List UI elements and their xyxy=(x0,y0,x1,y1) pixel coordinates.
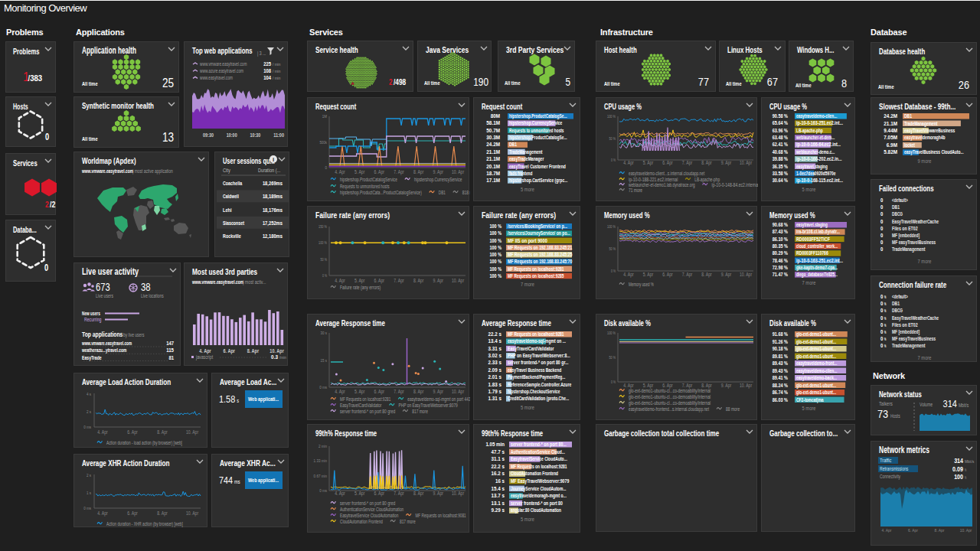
svg-text:17,252ms: 17,252ms xyxy=(263,220,283,227)
svg-text:10. Apr: 10. Apr xyxy=(186,510,199,517)
svg-text:/ min: / min xyxy=(273,61,281,67)
svg-text:ReferenceSample.Controller.Azu: ReferenceSample.Controller.Azure xyxy=(508,382,571,388)
svg-text:5. Apr: 5. Apr xyxy=(354,389,365,395)
svg-text:8. Apr: 8. Apr xyxy=(413,278,424,284)
svg-text:Action duration - load action: Action duration - load action (by browse… xyxy=(106,440,182,446)
svg-text:Duration (...: Duration (... xyxy=(258,167,280,174)
svg-text:4. Apr: 4. Apr xyxy=(623,272,634,278)
svg-text:Java Services: Java Services xyxy=(426,45,469,54)
svg-text:30.3M: 30.3M xyxy=(486,134,500,141)
svg-text:server frontend-* on port 80 g: server frontend-* on port 80 gr... xyxy=(508,360,569,366)
svg-text:RD0003FF52TICF: RD0003FF52TICF xyxy=(796,236,830,242)
svg-text:easytraveldemo-frontend...s.in: easytraveldemo-frontend...s.internal.clo… xyxy=(629,406,709,412)
svg-text:easyTravel Business Backend: easyTravel Business Backend xyxy=(508,367,561,373)
svg-text:Average Load Ac...: Average Load Ac... xyxy=(220,377,276,386)
svg-text:80M: 80M xyxy=(491,112,501,119)
svg-text:5 more: 5 more xyxy=(802,405,816,412)
svg-text:Files on ET02: Files on ET02 xyxy=(892,226,918,231)
svg-text:Failure rate (any errors): Failure rate (any errors) xyxy=(315,210,390,220)
svg-text:Connection failure rate: Connection failure rate xyxy=(879,280,946,289)
svg-text:by live users: by live users xyxy=(123,332,145,338)
svg-text:hipstershop.CurrencyService: hipstershop.CurrencyService xyxy=(414,177,462,183)
svg-text:/383: /383 xyxy=(28,73,43,83)
svg-text:%: % xyxy=(884,344,887,348)
svg-text:1-0ec7dea0920d5970e: 1-0ec7dea0920d5970e xyxy=(796,171,836,176)
svg-text:4. Apr: 4. Apr xyxy=(97,429,108,435)
svg-text:0: 0 xyxy=(44,262,48,273)
svg-text:4. Apr: 4. Apr xyxy=(199,348,211,354)
svg-text:0: 0 xyxy=(880,315,883,321)
svg-text:JourneyService CloudAutom...: JourneyService CloudAutom... xyxy=(511,486,567,492)
svg-text:4. Apr: 4. Apr xyxy=(335,169,345,175)
svg-text:0: 0 xyxy=(880,246,883,253)
svg-text:i: i xyxy=(273,156,274,163)
svg-text:LB-apache-php: LB-apache-php xyxy=(796,128,823,134)
svg-text:15 s: 15 s xyxy=(321,358,328,363)
svg-text:All time: All time xyxy=(726,80,742,87)
svg-text:115: 115 xyxy=(166,347,174,354)
svg-text:DB1: DB1 xyxy=(509,142,517,147)
svg-text:50 %: 50 % xyxy=(321,257,328,262)
svg-text:Siasconset: Siasconset xyxy=(223,220,244,227)
svg-text:10. Apr: 10. Apr xyxy=(740,272,753,278)
svg-text:Network status: Network status xyxy=(879,390,922,399)
svg-text:6. Apr: 6. Apr xyxy=(127,510,138,517)
svg-text:21.1M: 21.1M xyxy=(486,155,500,162)
svg-text:glo-ext-demo1-ubunt...: glo-ext-demo1-ubunt... xyxy=(796,354,836,360)
svg-text:Network metrics: Network metrics xyxy=(879,445,929,455)
svg-text:Hosts: Hosts xyxy=(890,413,900,419)
svg-text:CloudAutomation Frontend: CloudAutomation Frontend xyxy=(511,471,558,476)
svg-text:8. Apr: 8. Apr xyxy=(935,527,945,533)
svg-text:24.2M: 24.2M xyxy=(486,141,500,148)
svg-text:90.18 %: 90.18 % xyxy=(773,345,788,352)
svg-text:7. Apr: 7. Apr xyxy=(682,272,693,278)
svg-text:Average XHR Action Duration: Average XHR Action Duration xyxy=(82,458,170,468)
svg-text:0: 0 xyxy=(880,328,883,335)
svg-text:4 s: 4 s xyxy=(87,392,91,396)
svg-text:MF Requests on localhost:9281: MF Requests on localhost:9281 xyxy=(508,266,564,272)
svg-text:100 %: 100 % xyxy=(607,331,616,335)
svg-text:36.35 %: 36.35 % xyxy=(773,163,788,170)
svg-text:7.05M: 7.05M xyxy=(884,134,897,141)
svg-text:50 %: 50 % xyxy=(609,355,616,360)
svg-text:8. Apr: 8. Apr xyxy=(413,389,424,395)
svg-text:1M: 1M xyxy=(322,114,327,119)
svg-text:TradeManagement: TradeManagement xyxy=(892,343,926,349)
svg-text:10. Apr: 10. Apr xyxy=(740,160,753,166)
svg-text:744: 744 xyxy=(219,474,233,486)
svg-text:New users: New users xyxy=(82,311,100,316)
svg-text:hipstershop.ProductCatalogSe..: hipstershop.ProductCatalogSe... xyxy=(509,113,567,119)
svg-text:100 %: 100 % xyxy=(490,251,502,258)
svg-text:81: 81 xyxy=(169,354,175,361)
svg-text:62.41 %: 62.41 % xyxy=(773,141,788,148)
svg-text:Average Response time: Average Response time xyxy=(482,318,551,328)
svg-text:ip-10-0-163-251.ec2.int...: ip-10-0-163-251.ec2.int... xyxy=(796,258,843,264)
svg-text:Live users: Live users xyxy=(96,293,113,298)
svg-text:PHP on EasyTravelWebserver:8..: PHP on EasyTravelWebserver:8... xyxy=(508,353,570,359)
svg-text:10:30: 10:30 xyxy=(250,132,260,138)
svg-text:86.03 %: 86.03 % xyxy=(773,396,788,403)
svg-text:100 %: 100 % xyxy=(490,230,502,236)
svg-text:ip-10-0-163-251.ec2.int...: ip-10-0-163-251.ec2.int... xyxy=(796,120,843,126)
svg-text:Average Load Action Duration: Average Load Action Duration xyxy=(82,377,171,386)
svg-text:EasytravelService CloudAuto...: EasytravelService CloudAuto... xyxy=(511,456,567,462)
svg-text:All time: All time xyxy=(505,80,521,86)
svg-text:8. Apr: 8. Apr xyxy=(701,272,712,278)
svg-text:TradeManagement: TradeManagement xyxy=(892,246,926,253)
svg-text:30 s: 30 s xyxy=(321,331,328,335)
svg-text:MF Requests on localhost:9285: MF Requests on localhost:9285 xyxy=(508,273,564,279)
svg-text:ira-br108.cl.lab.dynatr...: ira-br108.cl.lab.dynatr... xyxy=(796,229,840,235)
svg-text:5 more: 5 more xyxy=(802,186,816,193)
svg-text:User sessions qu...: User sessions qu... xyxy=(223,156,275,165)
svg-text:314: 314 xyxy=(943,398,957,409)
svg-text:4. Apr: 4. Apr xyxy=(97,510,108,517)
svg-text:99th% Response time: 99th% Response time xyxy=(315,429,377,438)
svg-text:ms: ms xyxy=(234,478,240,485)
svg-text:7 more: 7 more xyxy=(918,258,932,265)
svg-text:DB1: DB1 xyxy=(904,113,912,119)
svg-text:91.68 %: 91.68 % xyxy=(773,331,788,337)
svg-text:9. Apr: 9. Apr xyxy=(433,278,444,284)
svg-text:0: 0 xyxy=(880,225,883,232)
svg-text:15.4 s: 15.4 s xyxy=(492,485,505,492)
svg-text:89.81 %: 89.81 % xyxy=(773,353,788,360)
